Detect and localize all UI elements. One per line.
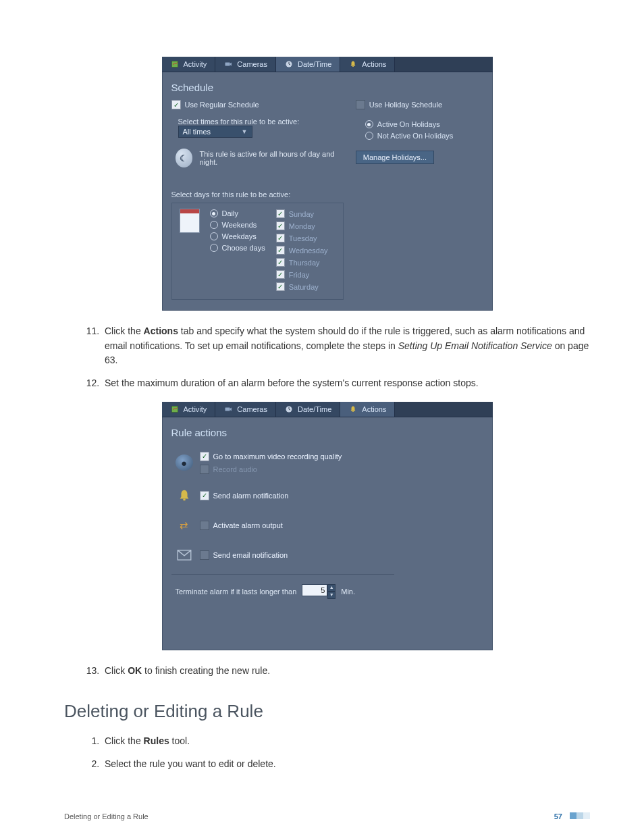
terminate-label: Terminate alarm if it lasts longer than: [176, 588, 297, 596]
radio-active-holidays[interactable]: Active On Holidays: [365, 120, 483, 128]
radio-daily[interactable]: Daily: [210, 209, 265, 217]
tab-datetime[interactable]: Date/Time: [276, 57, 340, 72]
tab-label: Activity: [184, 60, 207, 68]
checkbox-icon[interactable]: [356, 100, 365, 109]
radio-icon: [365, 132, 373, 140]
step-1: Click the Rules tool.: [102, 734, 590, 749]
checkbox-icon: [276, 270, 285, 279]
tab-label: Cameras: [237, 405, 267, 413]
chk-label: Record audio: [213, 465, 257, 473]
tabs-bar: Activity Cameras Date/Time Actions: [162, 57, 493, 72]
radio-label: Weekdays: [222, 232, 257, 240]
bell-icon: [348, 405, 358, 413]
instruction-list: Click the Actions tab and specify what t…: [64, 324, 590, 391]
chk-label: Go to maximum video recording quality: [213, 452, 342, 461]
checkbox-icon: [200, 521, 209, 530]
radio-weekdays[interactable]: Weekdays: [210, 232, 265, 240]
radio-weekends[interactable]: Weekends: [210, 221, 265, 229]
checkbox-icon: [276, 282, 285, 291]
chk-label: Send email notification: [213, 551, 288, 559]
use-holiday-row[interactable]: Use Holiday Schedule: [356, 100, 483, 109]
mail-icon: [176, 547, 193, 563]
terminate-unit: Min.: [341, 588, 355, 596]
instruction-list: Click the Rules tool. Select the rule yo…: [64, 734, 590, 771]
tab-label: Actions: [362, 60, 386, 68]
radio-icon: [210, 232, 218, 240]
chk-go-max[interactable]: Go to maximum video recording quality: [200, 452, 342, 461]
camera-icon: [223, 60, 233, 68]
day-monday[interactable]: Monday: [276, 221, 328, 230]
terminate-input[interactable]: [302, 584, 327, 596]
radio-label: Not Active On Holidays: [377, 132, 454, 140]
select-days-label: Select days for this rule to be active:: [171, 190, 344, 199]
chk-record-audio[interactable]: Record audio: [200, 465, 342, 474]
svg-rect-8: [183, 498, 186, 500]
tab-label: Activity: [184, 405, 207, 413]
svg-rect-7: [352, 411, 354, 412]
radio-icon: [365, 120, 373, 128]
panel-title: Schedule: [171, 82, 483, 93]
checkbox-icon[interactable]: [171, 100, 181, 109]
tab-cameras[interactable]: Cameras: [215, 57, 276, 72]
svg-rect-4: [171, 406, 178, 412]
tab-cameras[interactable]: Cameras: [215, 402, 276, 417]
chk-label: Send alarm notification: [213, 492, 289, 500]
day-saturday[interactable]: Saturday: [276, 282, 328, 291]
step-13: Click OK to finish creating the new rule…: [102, 664, 590, 679]
clock-icon: [284, 60, 294, 68]
svg-rect-1: [225, 63, 230, 66]
day-night-icon: ☾: [176, 149, 193, 167]
step-11: Click the Actions tab and specify what t…: [102, 324, 590, 368]
use-regular-row[interactable]: Use Regular Schedule: [171, 100, 344, 109]
day-friday[interactable]: Friday: [276, 270, 328, 279]
activity-icon: [170, 405, 180, 413]
checkbox-icon: [276, 234, 285, 242]
checkbox-icon: [276, 258, 285, 267]
svg-rect-3: [352, 66, 354, 68]
times-select[interactable]: All times ▼: [178, 126, 252, 138]
tab-actions[interactable]: Actions: [340, 57, 395, 72]
radio-icon: [210, 209, 218, 217]
checkbox-icon: [276, 246, 285, 255]
radio-label: Active On Holidays: [377, 120, 440, 128]
spinner-down[interactable]: ▼: [327, 592, 336, 599]
chk-send-email[interactable]: Send email notification: [200, 550, 288, 560]
tab-activity[interactable]: Activity: [162, 402, 216, 417]
radio-choose[interactable]: Choose days: [210, 244, 265, 252]
use-regular-label: Use Regular Schedule: [185, 101, 259, 109]
radio-icon: [210, 244, 218, 252]
step-12: Set the maximum duration of an alarm bef…: [102, 376, 590, 391]
tabs-bar: Activity Cameras Date/Time Actions: [162, 402, 493, 417]
checkbox-icon: [276, 221, 285, 230]
svg-rect-0: [171, 61, 178, 68]
radio-label: Weekends: [222, 221, 257, 229]
record-icon: ●: [176, 454, 193, 471]
tab-activity[interactable]: Activity: [162, 57, 216, 72]
tab-datetime[interactable]: Date/Time: [276, 402, 340, 417]
day-sunday[interactable]: Sunday: [276, 209, 328, 218]
tab-label: Actions: [362, 405, 386, 413]
chevron-down-icon: ▼: [242, 128, 248, 135]
radio-label: Daily: [222, 209, 238, 217]
schedule-screenshot: Activity Cameras Date/Time Actions Sched…: [162, 57, 493, 311]
page-footer: Deleting or Editing a Rule 57: [64, 812, 590, 820]
radio-not-active-holidays[interactable]: Not Active On Holidays: [365, 132, 483, 140]
calendar-icon: [180, 209, 199, 232]
activity-icon: [170, 60, 180, 68]
checkbox-icon: [200, 491, 209, 500]
use-holiday-label: Use Holiday Schedule: [369, 101, 442, 109]
day-thursday[interactable]: Thursday: [276, 258, 328, 267]
clock-note: This rule is active for all hours of day…: [199, 150, 343, 166]
tab-label: Cameras: [237, 60, 267, 68]
day-wednesday[interactable]: Wednesday: [276, 246, 328, 255]
chk-activate-output[interactable]: Activate alarm output: [200, 521, 283, 530]
spinner-up[interactable]: ▲: [327, 584, 336, 592]
tab-actions[interactable]: Actions: [340, 402, 395, 417]
chk-send-alarm[interactable]: Send alarm notification: [200, 491, 289, 500]
select-times-label: Select times for this rule to be active:: [178, 118, 300, 126]
page-number: 57: [554, 812, 562, 820]
bell-icon: [176, 488, 193, 504]
day-tuesday[interactable]: Tuesday: [276, 234, 328, 242]
section-heading: Deleting or Editing a Rule: [64, 701, 590, 722]
manage-holidays-button[interactable]: Manage Holidays...: [356, 151, 434, 164]
